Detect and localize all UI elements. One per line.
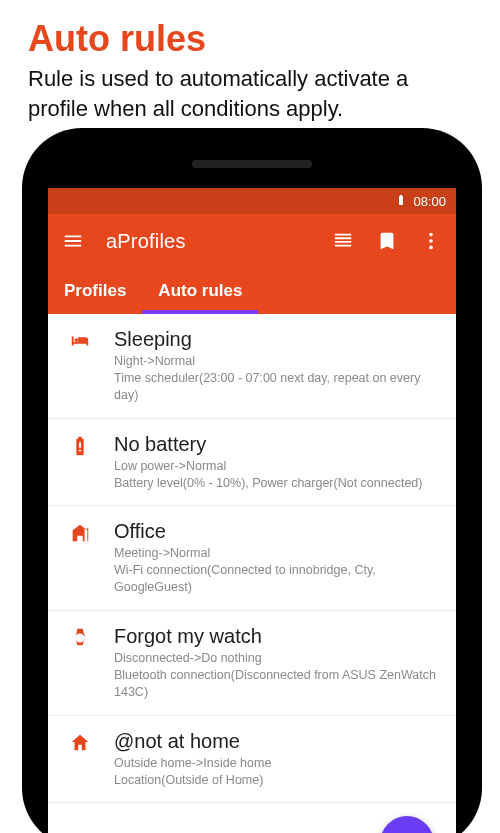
- rule-title: Office: [114, 520, 440, 543]
- rule-line2: Battery level(0% - 10%), Power charger(N…: [114, 475, 440, 492]
- list-item[interactable]: @not at home Outside home->Inside home L…: [48, 716, 456, 804]
- list-item[interactable]: No battery Low power->Normal Battery lev…: [48, 419, 456, 507]
- tab-profiles[interactable]: Profiles: [48, 268, 142, 314]
- rule-line1: Low power->Normal: [114, 458, 440, 475]
- rule-line1: Disconnected->Do nothing: [114, 650, 440, 667]
- home-icon: [66, 730, 94, 789]
- svg-point-1: [429, 239, 433, 243]
- battery-alert-icon: [66, 433, 94, 492]
- status-time: 08:00: [413, 194, 446, 209]
- rule-line1: Night->Normal: [114, 353, 440, 370]
- rule-title: Sleeping: [114, 328, 440, 351]
- lines-icon[interactable]: [332, 230, 354, 252]
- more-vert-icon[interactable]: [420, 230, 442, 252]
- phone-screen: 08:00 aProfiles: [48, 188, 456, 833]
- promo-subtitle: Rule is used to automatically activate a…: [0, 64, 500, 133]
- rule-line2: Location(Outside of Home): [114, 772, 440, 789]
- bookmark-icon[interactable]: [376, 230, 398, 252]
- rules-list: Sleeping Night->Normal Time scheduler(23…: [48, 314, 456, 803]
- battery-full-icon: [395, 194, 407, 209]
- rule-title: No battery: [114, 433, 440, 456]
- status-bar: 08:00: [48, 188, 456, 214]
- list-item[interactable]: Office Meeting->Normal Wi-Fi connection(…: [48, 506, 456, 611]
- svg-point-2: [429, 246, 433, 250]
- rule-title: Forgot my watch: [114, 625, 440, 648]
- promo-title: Auto rules: [0, 0, 500, 64]
- rule-line1: Outside home->Inside home: [114, 755, 440, 772]
- rule-line2: Bluetooth connection(Disconnected from A…: [114, 667, 440, 701]
- fab-add[interactable]: +: [380, 816, 434, 833]
- list-item[interactable]: Forgot my watch Disconnected->Do nothing…: [48, 611, 456, 716]
- list-item[interactable]: Sleeping Night->Normal Time scheduler(23…: [48, 314, 456, 419]
- bed-icon: [66, 328, 94, 404]
- rule-line1: Meeting->Normal: [114, 545, 440, 562]
- menu-icon[interactable]: [62, 230, 84, 252]
- app-bar: aProfiles Profiles Auto rules: [48, 214, 456, 314]
- rule-line2: Wi-Fi connection(Connected to innobridge…: [114, 562, 440, 596]
- watch-icon: [66, 625, 94, 701]
- building-icon: [66, 520, 94, 596]
- tabs: Profiles Auto rules: [48, 268, 456, 314]
- tab-auto-rules[interactable]: Auto rules: [142, 268, 258, 314]
- rule-title: @not at home: [114, 730, 440, 753]
- rule-line2: Time scheduler(23:00 - 07:00 next day, r…: [114, 370, 440, 404]
- svg-point-0: [429, 233, 433, 237]
- phone-frame: 08:00 aProfiles: [22, 128, 482, 833]
- app-title: aProfiles: [106, 230, 310, 253]
